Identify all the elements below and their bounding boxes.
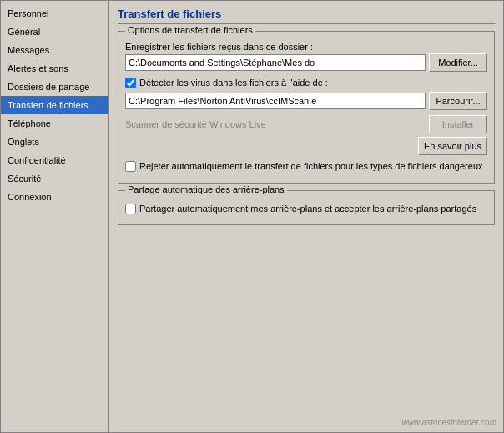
sidebar-item-telephone[interactable]: Téléphone	[1, 114, 108, 133]
scanner-label: Scanner de sécurité Windows Live	[125, 119, 426, 129]
auto-share-label: Partager automatiquement mes arrière-pla…	[139, 203, 476, 214]
sidebar-item-personnel[interactable]: Personnel	[1, 4, 108, 23]
sidebar-item-alertes[interactable]: Alertes et sons	[1, 59, 108, 78]
detect-virus-label: Détecter les virus dans les fichiers à l…	[139, 77, 328, 88]
save-folder-input[interactable]	[125, 54, 426, 71]
sidebar-item-confidentialite[interactable]: Confidentialité	[1, 151, 108, 169]
reject-checkbox-row: Rejeter automatiquement le transfert de …	[125, 160, 487, 172]
main-window: Personnel Général Messages Alertes et so…	[0, 0, 504, 433]
save-folder-input-row: Modifier...	[125, 53, 487, 72]
auto-share-checkbox[interactable]	[125, 204, 136, 214]
content-area: Transfert de fichiers Options de transfe…	[109, 1, 503, 432]
watermark: www.astucesinternet.com	[402, 418, 496, 427]
auto-share-group: Partage automatique des arrière-plans Pa…	[118, 190, 495, 225]
reject-label: Rejeter automatiquement le transfert de …	[139, 160, 483, 172]
detect-virus-row: Détecter les virus dans les fichiers à l…	[125, 77, 487, 110]
options-group: Options de transfert de fichiers Enregis…	[118, 31, 495, 184]
antivirus-input-row: Parcourir...	[125, 92, 487, 110]
sidebar-item-general[interactable]: Général	[1, 23, 108, 41]
browse-button[interactable]: Parcourir...	[429, 92, 487, 110]
learn-more-button[interactable]: En savoir plus	[418, 137, 487, 155]
detect-virus-checkbox-row: Détecter les virus dans les fichiers à l…	[125, 77, 487, 88]
options-group-legend: Options de transfert de fichiers	[125, 25, 255, 35]
detect-virus-checkbox[interactable]	[125, 78, 136, 88]
sidebar-item-connexion[interactable]: Connexion	[1, 188, 108, 206]
group-content: Enregistrer les fichiers reçus dans ce d…	[125, 42, 487, 173]
save-folder-label: Enregistrer les fichiers reçus dans ce d…	[125, 42, 487, 52]
sidebar-item-dossiers[interactable]: Dossiers de partage	[1, 78, 108, 96]
right-buttons: En savoir plus	[125, 137, 487, 155]
install-button[interactable]: Installer	[429, 115, 487, 133]
sidebar-item-securite[interactable]: Sécurité	[1, 169, 108, 188]
sidebar: Personnel Général Messages Alertes et so…	[1, 1, 109, 432]
scanner-row: Scanner de sécurité Windows Live Install…	[125, 115, 487, 133]
page-title: Transfert de fichiers	[118, 8, 495, 24]
auto-share-legend: Partage automatique des arrière-plans	[125, 184, 287, 194]
antivirus-path-input[interactable]	[125, 93, 426, 109]
reject-checkbox[interactable]	[125, 161, 136, 172]
save-folder-row: Enregistrer les fichiers reçus dans ce d…	[125, 42, 487, 72]
auto-share-checkbox-row: Partager automatiquement mes arrière-pla…	[125, 203, 487, 214]
modify-button[interactable]: Modifier...	[429, 53, 487, 72]
sidebar-item-onglets[interactable]: Onglets	[1, 133, 108, 151]
sidebar-item-transfert[interactable]: Transfert de fichiers	[1, 96, 108, 114]
sidebar-item-messages[interactable]: Messages	[1, 41, 108, 59]
auto-share-content: Partager automatiquement mes arrière-pla…	[125, 203, 487, 214]
